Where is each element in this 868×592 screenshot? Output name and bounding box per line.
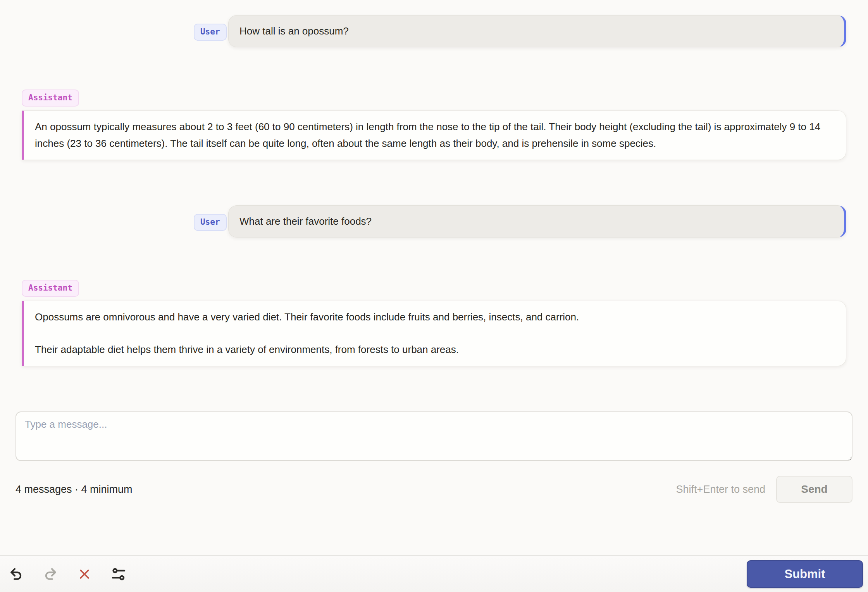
assistant-message-paragraph: Their adaptable diet helps them thrive i… xyxy=(35,341,835,358)
message-group-assistant-1: Assistant An opossum typically measures … xyxy=(22,89,846,160)
user-message-bubble: How tall is an opossum? xyxy=(228,15,846,47)
role-badge-assistant: Assistant xyxy=(22,89,79,107)
redo-icon xyxy=(43,567,58,582)
undo-icon xyxy=(9,567,24,582)
composer: 4 messages · 4 minimum Shift+Enter to se… xyxy=(16,411,852,503)
send-button[interactable]: Send xyxy=(776,476,852,503)
close-icon xyxy=(78,568,91,581)
message-input[interactable] xyxy=(16,411,852,461)
user-message-text: What are their favorite foods? xyxy=(239,215,372,227)
message-list: User How tall is an opossum? Assistant A… xyxy=(16,11,852,366)
message-count-status: 4 messages · 4 minimum xyxy=(16,484,133,496)
role-badge-assistant: Assistant xyxy=(22,280,79,297)
user-message-text: How tall is an opossum? xyxy=(239,25,349,37)
redo-button[interactable] xyxy=(42,566,59,583)
assistant-message-bubble: An opossum typically measures about 2 to… xyxy=(22,110,846,160)
settings-button[interactable] xyxy=(110,566,127,583)
assistant-message-bubble: Opossums are omnivorous and have a very … xyxy=(22,301,846,366)
message-group-user-2: User What are their favorite foods? xyxy=(22,201,846,237)
message-group-assistant-2: Assistant Opossums are omnivorous and ha… xyxy=(22,280,846,366)
message-group-user-1: User How tall is an opossum? xyxy=(22,11,846,47)
composer-status-row: 4 messages · 4 minimum Shift+Enter to se… xyxy=(16,476,852,503)
submit-button[interactable]: Submit xyxy=(747,560,863,588)
user-message-bubble: What are their favorite foods? xyxy=(228,205,846,237)
assistant-message-paragraph: Opossums are omnivorous and have a very … xyxy=(35,309,835,325)
role-badge-user: User xyxy=(194,24,227,41)
clear-button[interactable] xyxy=(76,566,93,583)
bottom-toolbar: Submit xyxy=(0,555,868,592)
undo-button[interactable] xyxy=(8,566,25,583)
assistant-message-text: An opossum typically measures about 2 to… xyxy=(35,119,835,152)
role-badge-user: User xyxy=(194,214,227,231)
send-shortcut-hint: Shift+Enter to send xyxy=(676,484,765,496)
sliders-icon xyxy=(111,566,126,582)
chat-area: User How tall is an opossum? Assistant A… xyxy=(0,11,868,503)
